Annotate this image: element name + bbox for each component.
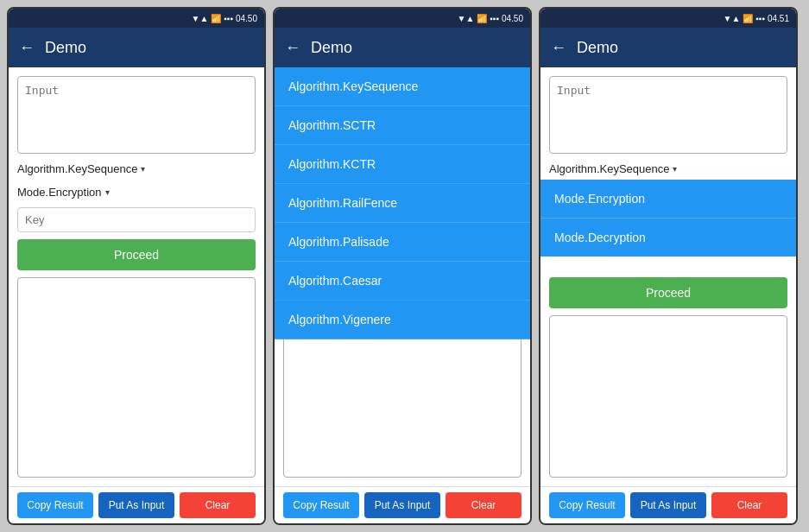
mode-item-decryption[interactable]: Mode.Decryption bbox=[540, 218, 796, 256]
algo-item-1[interactable]: Algorithm.SCTR bbox=[275, 106, 530, 145]
status-bar-2: ▼▲ 📶 ▪▪▪ 04.50 bbox=[275, 9, 530, 28]
proceed-button-3[interactable]: Proceed bbox=[549, 277, 787, 308]
bottom-bar-3: Copy Result Put As Input Clear bbox=[540, 486, 796, 523]
app-title-1: Demo bbox=[45, 39, 86, 57]
top-bar-1: ← Demo bbox=[9, 28, 264, 67]
algorithm-dropdown-overlay-2: Algorithm.KeySequence Algorithm.SCTR Alg… bbox=[275, 67, 530, 339]
algorithm-label-3: Algorithm.KeySequence bbox=[549, 162, 669, 175]
status-bar-3: ▼▲ 📶 ▪▪▪ 04.51 bbox=[540, 9, 796, 28]
wifi-icon-1: ▼▲ bbox=[192, 14, 209, 23]
time-1: 04.50 bbox=[236, 14, 257, 23]
top-bar-2: ← Demo bbox=[275, 28, 530, 67]
phone-1: ▼▲ 📶 ▪▪▪ 04.50 ← Demo Algorithm.KeySeque… bbox=[7, 7, 266, 525]
status-right-2: ▼▲ 📶 ▪▪▪ 04.50 bbox=[458, 14, 523, 23]
algo-item-4[interactable]: Algorithm.Palisade bbox=[275, 223, 530, 262]
time-2: 04.50 bbox=[502, 14, 523, 23]
copy-result-btn-1[interactable]: Copy Result bbox=[17, 492, 93, 518]
algorithm-dropdown-row-3: Algorithm.KeySequence ▾ bbox=[549, 161, 787, 177]
signal-icon-2: 📶 bbox=[477, 14, 487, 23]
top-bar-3: ← Demo bbox=[540, 28, 796, 67]
bottom-bar-2: Copy Result Put As Input Clear bbox=[275, 486, 530, 523]
output-field-1[interactable] bbox=[17, 277, 256, 478]
put-as-input-btn-3[interactable]: Put As Input bbox=[630, 492, 706, 518]
mode-label-1: Mode.Encryption bbox=[17, 186, 102, 199]
copy-result-btn-3[interactable]: Copy Result bbox=[549, 492, 625, 518]
status-bar-1: ▼▲ 📶 ▪▪▪ 04.50 bbox=[9, 9, 264, 28]
mode-arrow-1: ▾ bbox=[105, 187, 110, 197]
back-button-3[interactable]: ← bbox=[551, 39, 566, 57]
algo-item-3[interactable]: Algorithm.RailFence bbox=[275, 184, 530, 223]
copy-result-btn-2[interactable]: Copy Result bbox=[283, 492, 359, 518]
algo-item-6[interactable]: Algorithm.Vigenere bbox=[275, 301, 530, 339]
algorithm-arrow-1: ▾ bbox=[141, 164, 145, 174]
back-button-2[interactable]: ← bbox=[285, 39, 300, 57]
phone-3: ▼▲ 📶 ▪▪▪ 04.51 ← Demo Algorithm.KeySeque… bbox=[539, 7, 798, 525]
clear-btn-3[interactable]: Clear bbox=[711, 492, 787, 518]
put-as-input-btn-2[interactable]: Put As Input bbox=[364, 492, 440, 518]
clear-btn-2[interactable]: Clear bbox=[446, 492, 521, 518]
mode-item-encryption[interactable]: Mode.Encryption bbox=[540, 180, 796, 218]
proceed-button-1[interactable]: Proceed bbox=[17, 239, 256, 270]
time-3: 04.51 bbox=[768, 14, 789, 23]
battery-icon-2: ▪▪▪ bbox=[490, 14, 499, 23]
wifi-icon-2: ▼▲ bbox=[458, 14, 475, 23]
algo-item-2[interactable]: Algorithm.KCTR bbox=[275, 145, 530, 184]
app-title-3: Demo bbox=[577, 39, 618, 57]
battery-icon-1: ▪▪▪ bbox=[224, 14, 233, 23]
bottom-bar-1: Copy Result Put As Input Clear bbox=[9, 486, 264, 523]
output-field-3[interactable] bbox=[549, 315, 787, 478]
algorithm-label-1: Algorithm.KeySequence bbox=[17, 162, 137, 175]
wifi-icon-3: ▼▲ bbox=[724, 14, 741, 23]
input-field-1[interactable] bbox=[17, 76, 256, 154]
algorithm-arrow-3: ▾ bbox=[673, 164, 677, 174]
put-as-input-btn-1[interactable]: Put As Input bbox=[98, 492, 174, 518]
mode-dropdown-row-1: Mode.Encryption ▾ bbox=[17, 184, 256, 200]
status-right-1: ▼▲ 📶 ▪▪▪ 04.50 bbox=[192, 14, 257, 23]
app-title-2: Demo bbox=[311, 39, 352, 57]
signal-icon-3: 📶 bbox=[743, 14, 753, 23]
key-input-1[interactable] bbox=[17, 207, 256, 232]
algo-item-5[interactable]: Algorithm.Caesar bbox=[275, 262, 530, 301]
back-button-1[interactable]: ← bbox=[19, 39, 35, 57]
content-3: Algorithm.KeySequence ▾ Mode.Encryption … bbox=[540, 67, 796, 486]
content-2: Algorithm.KeySequence Algorithm.SCTR Alg… bbox=[275, 67, 530, 486]
algo-item-0[interactable]: Algorithm.KeySequence bbox=[275, 67, 530, 106]
clear-btn-1[interactable]: Clear bbox=[180, 492, 256, 518]
phone-2: ▼▲ 📶 ▪▪▪ 04.50 ← Demo Algorithm.KeySeque… bbox=[273, 7, 532, 525]
input-field-3[interactable] bbox=[549, 76, 787, 154]
content-1: Algorithm.KeySequence ▾ Mode.Encryption … bbox=[9, 67, 264, 486]
mode-dropdown-overlay-3: Mode.Encryption Mode.Decryption bbox=[540, 180, 796, 256]
algorithm-dropdown-btn-3[interactable]: Algorithm.KeySequence ▾ bbox=[549, 161, 677, 177]
status-right-3: ▼▲ 📶 ▪▪▪ 04.51 bbox=[724, 14, 789, 23]
battery-icon-3: ▪▪▪ bbox=[755, 14, 765, 23]
algorithm-dropdown-btn-1[interactable]: Algorithm.KeySequence ▾ bbox=[17, 161, 145, 177]
mode-dropdown-btn-1[interactable]: Mode.Encryption ▾ bbox=[17, 184, 110, 200]
algorithm-dropdown-row-1: Algorithm.KeySequence ▾ bbox=[17, 161, 256, 177]
signal-icon-1: 📶 bbox=[211, 14, 221, 23]
